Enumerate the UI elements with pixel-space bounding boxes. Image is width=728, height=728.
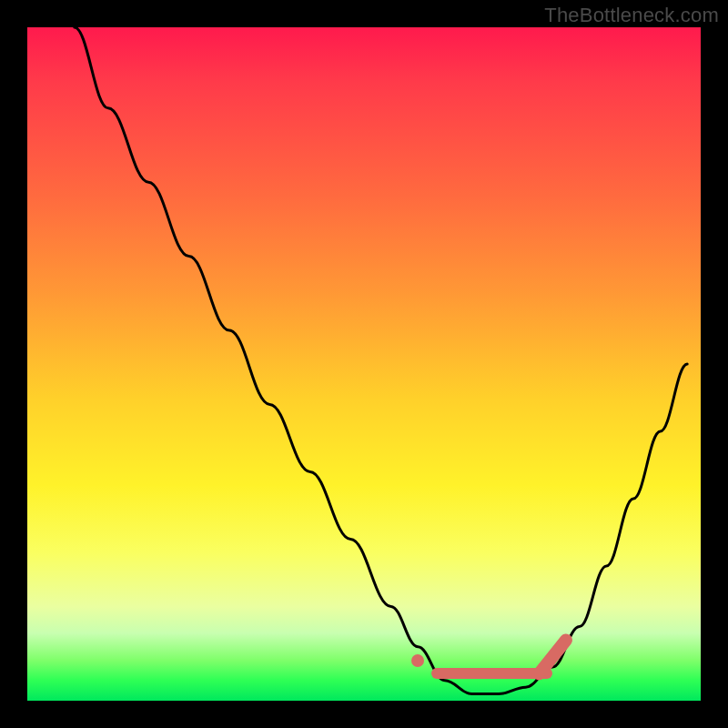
- optimal-range-bar: [431, 668, 552, 679]
- attribution-label: TheBottleneck.com: [544, 4, 719, 27]
- optimal-point-marker: [411, 654, 424, 667]
- chart-frame: TheBottleneck.com: [0, 0, 728, 728]
- bottleneck-curve: [27, 27, 701, 701]
- plot-area: [27, 27, 701, 701]
